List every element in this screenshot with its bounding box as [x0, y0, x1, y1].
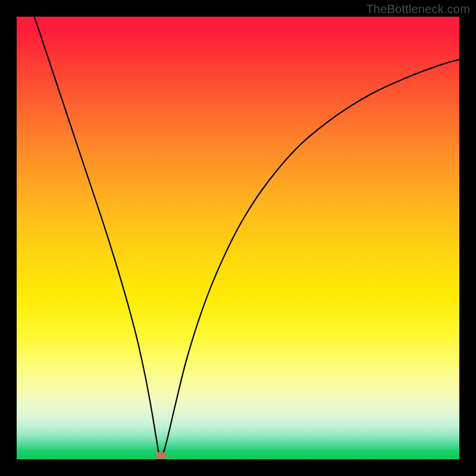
watermark-text: TheBottleneck.com [366, 2, 470, 16]
plot-area [17, 17, 459, 459]
optimal-marker [155, 452, 167, 458]
chart-frame: TheBottleneck.com [0, 0, 476, 476]
bottleneck-curve [17, 17, 459, 459]
